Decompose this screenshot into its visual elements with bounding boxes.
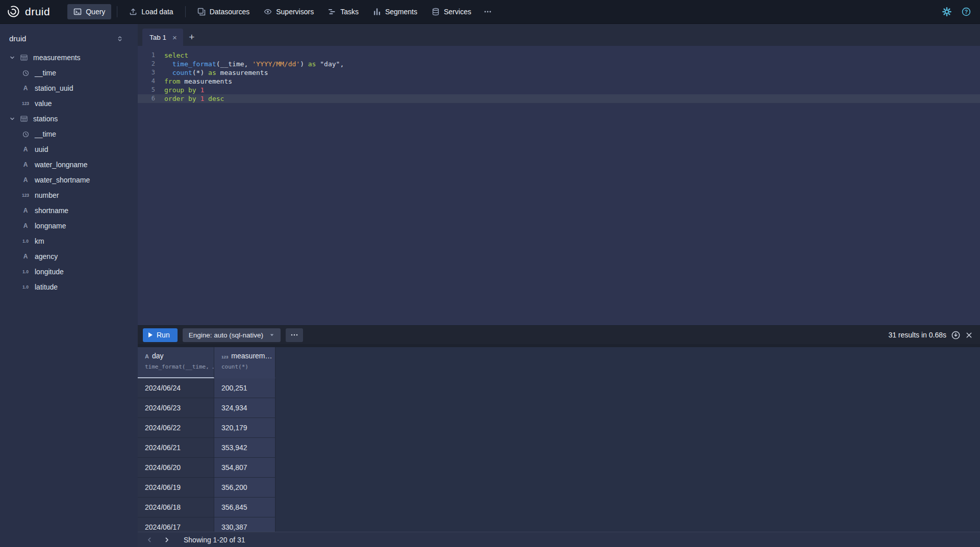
table-icon bbox=[19, 115, 29, 122]
line-number: 3 bbox=[138, 68, 155, 77]
tree-item-table-measurements[interactable]: measurements bbox=[0, 50, 138, 65]
string-type-icon: A bbox=[145, 353, 149, 359]
cell-day[interactable]: 2024/06/17 bbox=[138, 517, 214, 532]
tree-item-column-water-shortname[interactable]: A water_shortname bbox=[0, 172, 138, 188]
tree-item-column-station-uuid[interactable]: A station_uuid bbox=[0, 81, 138, 96]
cell-measurements[interactable]: 356,200 bbox=[214, 478, 275, 498]
clock-icon bbox=[20, 70, 31, 76]
tree-item-label: agency bbox=[35, 252, 58, 261]
nav-item-tasks[interactable]: Tasks bbox=[322, 4, 365, 19]
tree-item-label: number bbox=[35, 191, 59, 199]
float-type-icon: 1.0 bbox=[20, 269, 31, 274]
nav-item-more[interactable] bbox=[480, 4, 496, 19]
nav-label: Supervisors bbox=[276, 8, 314, 16]
tab-tab1[interactable]: Tab 1 × bbox=[142, 29, 183, 46]
cell-day[interactable]: 2024/06/21 bbox=[138, 438, 214, 458]
cell-measurements[interactable]: 330,387 bbox=[214, 517, 275, 532]
sql-editor[interactable]: 1 select 2 time_format(__time, 'YYYY/MM/… bbox=[138, 46, 980, 325]
tree-item-column-km[interactable]: 1.0 km bbox=[0, 233, 138, 249]
chevron-left-icon[interactable] bbox=[142, 532, 157, 547]
table-icon bbox=[19, 54, 29, 61]
plus-icon: + bbox=[189, 32, 194, 43]
play-icon bbox=[148, 332, 153, 337]
close-results-icon[interactable] bbox=[965, 331, 973, 339]
schema-selector[interactable]: druid bbox=[0, 24, 138, 50]
column-header-day[interactable]: A day time_format(__time, … bbox=[138, 347, 214, 378]
cell-day[interactable]: 2024/06/20 bbox=[138, 458, 214, 478]
integer-type-icon: 123 bbox=[221, 355, 228, 359]
tree-item-column-water-longname[interactable]: A water_longname bbox=[0, 157, 138, 172]
tree-item-column-agency[interactable]: A agency bbox=[0, 249, 138, 264]
help-icon[interactable]: ? bbox=[962, 7, 971, 16]
result-status: 31 results in 0.68s bbox=[888, 331, 946, 339]
svg-text:?: ? bbox=[965, 9, 968, 15]
tree-item-column-shortname[interactable]: A shortname bbox=[0, 203, 138, 218]
navbar-divider bbox=[185, 6, 186, 17]
druid-brand[interactable]: druid bbox=[6, 5, 50, 19]
cell-day[interactable]: 2024/06/18 bbox=[138, 498, 214, 517]
code-text: group by 1 bbox=[155, 86, 204, 94]
tab-label: Tab 1 bbox=[149, 34, 166, 41]
top-navbar: druid Query Load data bbox=[0, 0, 980, 24]
tree-item-column-longname[interactable]: A longname bbox=[0, 218, 138, 233]
cell-measurements[interactable]: 320,179 bbox=[214, 418, 275, 438]
code-line: 1 select bbox=[138, 51, 980, 60]
close-icon[interactable]: × bbox=[172, 34, 177, 41]
nav-item-datasources[interactable]: Datasources bbox=[191, 4, 256, 19]
nav-item-services[interactable]: Services bbox=[425, 4, 478, 19]
table-row: 2024/06/24 200,251 bbox=[138, 378, 980, 398]
table-row: 2024/06/19 356,200 bbox=[138, 478, 980, 498]
column-header-measurements[interactable]: 123 measurem… count(*) bbox=[214, 347, 275, 378]
code-text: order by 1 desc bbox=[155, 94, 224, 103]
chevron-right-icon[interactable] bbox=[159, 532, 174, 547]
run-button[interactable]: Run bbox=[143, 328, 178, 342]
nav-item-supervisors[interactable]: Supervisors bbox=[258, 4, 320, 19]
nav-item-query[interactable]: Query bbox=[67, 4, 111, 19]
tree-item-table-stations[interactable]: stations bbox=[0, 111, 138, 126]
tree-item-column-uuid[interactable]: A uuid bbox=[0, 142, 138, 157]
cell-day[interactable]: 2024/06/24 bbox=[138, 378, 214, 398]
table-row: 2024/06/21 353,942 bbox=[138, 438, 980, 458]
tree-item-label: __time bbox=[35, 69, 56, 77]
tree-item-label: __time bbox=[35, 130, 56, 138]
settings-gear-icon[interactable] bbox=[942, 7, 951, 16]
cell-day[interactable]: 2024/06/23 bbox=[138, 398, 214, 418]
tree-item-column-latitude[interactable]: 1.0 latitude bbox=[0, 279, 138, 295]
run-more-button[interactable] bbox=[286, 328, 303, 342]
tree-item-column-time[interactable]: __time bbox=[0, 65, 138, 81]
brand-wordmark: druid bbox=[25, 6, 50, 18]
schema-name: druid bbox=[9, 34, 26, 43]
tree-item-column-value[interactable]: 123 value bbox=[0, 96, 138, 111]
nav-label: Tasks bbox=[340, 8, 359, 16]
nav-label: Load data bbox=[141, 8, 173, 16]
tree-item-column-number[interactable]: 123 number bbox=[0, 188, 138, 203]
cell-measurements[interactable]: 353,942 bbox=[214, 438, 275, 458]
double-caret-vertical-icon bbox=[116, 35, 123, 43]
query-tab-bar: Tab 1 × + bbox=[138, 24, 980, 46]
nav-item-load-data[interactable]: Load data bbox=[123, 4, 179, 19]
string-type-icon: A bbox=[20, 176, 31, 184]
nav-label: Segments bbox=[385, 8, 417, 16]
code-line: 3 count(*) as measurements bbox=[138, 68, 980, 77]
line-number: 2 bbox=[138, 60, 155, 68]
run-button-label: Run bbox=[157, 331, 170, 339]
datasources-icon bbox=[197, 8, 206, 16]
cell-measurements[interactable]: 324,934 bbox=[214, 398, 275, 418]
nav-item-segments[interactable]: Segments bbox=[367, 4, 423, 19]
engine-select[interactable]: Engine: auto (sql-native) bbox=[183, 328, 281, 342]
navbar-divider bbox=[117, 6, 117, 17]
cell-measurements[interactable]: 200,251 bbox=[214, 378, 275, 398]
tree-item-column-longitude[interactable]: 1.0 longitude bbox=[0, 264, 138, 279]
cell-day[interactable]: 2024/06/22 bbox=[138, 418, 214, 438]
cell-measurements[interactable]: 354,807 bbox=[214, 458, 275, 478]
cell-measurements[interactable]: 356,845 bbox=[214, 498, 275, 517]
download-icon[interactable] bbox=[951, 331, 960, 340]
column-expression: time_format(__time, … bbox=[145, 363, 214, 370]
code-text: time_format(__time, 'YYYY/MM/dd') as "da… bbox=[155, 60, 344, 68]
engine-select-label: Engine: auto (sql-native) bbox=[189, 331, 263, 339]
add-tab-button[interactable]: + bbox=[183, 29, 200, 46]
tree-item-column-time[interactable]: __time bbox=[0, 126, 138, 142]
line-number: 4 bbox=[138, 77, 155, 86]
cell-day[interactable]: 2024/06/19 bbox=[138, 478, 214, 498]
run-bar: Run Engine: auto (sql-native) 31 results… bbox=[138, 325, 980, 344]
